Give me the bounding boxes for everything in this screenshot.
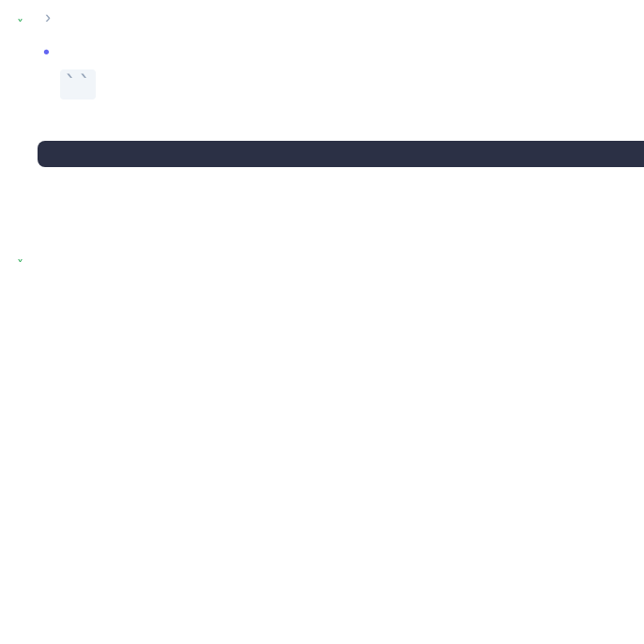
fold-indicator-icon[interactable]: ˅	[17, 257, 23, 272]
inline-code: ``	[60, 69, 96, 100]
task-line[interactable]: •	[38, 38, 644, 64]
backtick-icon: `	[78, 71, 92, 98]
blockquote-line[interactable]: ›	[38, 4, 644, 30]
fold-indicator-icon[interactable]: ˅	[17, 17, 23, 32]
text-line[interactable]: ``	[38, 71, 644, 98]
backtick-icon: `	[64, 71, 78, 98]
blockquote-marker-icon: ›	[45, 8, 51, 26]
code-block[interactable]	[38, 141, 644, 167]
bullet-icon: •	[41, 42, 52, 62]
